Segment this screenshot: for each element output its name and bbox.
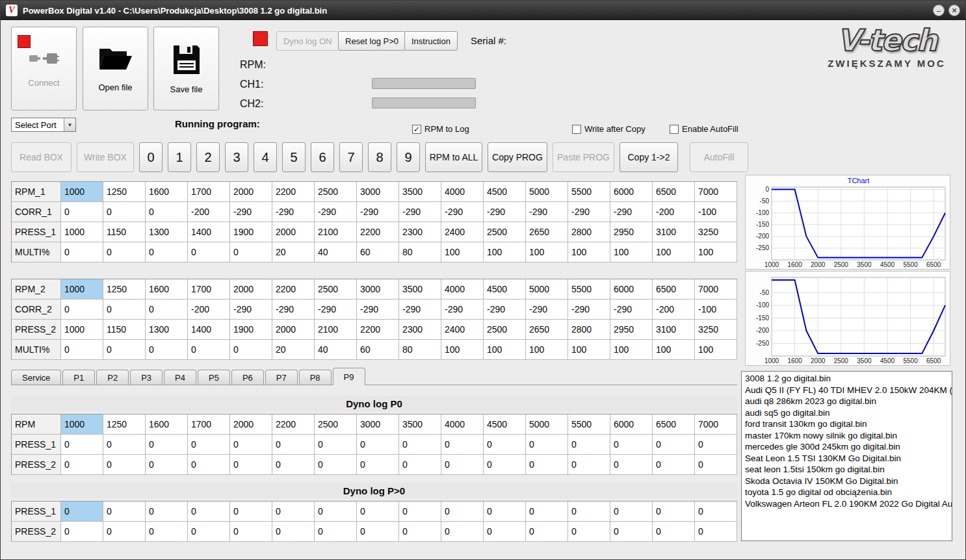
grid-cell[interactable]: 100 <box>526 242 568 262</box>
grid-cell[interactable]: 1700 <box>188 414 230 435</box>
grid-cell[interactable]: 20 <box>272 242 315 262</box>
grid-cell[interactable]: 0 <box>526 502 568 522</box>
grid-cell[interactable]: 0 <box>357 435 399 455</box>
grid-cell[interactable]: 2650 <box>526 222 568 242</box>
grid-cell[interactable]: 6000 <box>610 414 653 435</box>
grid-cell[interactable]: 1000 <box>61 222 103 242</box>
file-list-item[interactable]: Skoda Octavia IV 150KM Go Digital.bin <box>742 476 952 487</box>
grid-cell[interactable]: 0 <box>272 522 315 542</box>
tab-p4[interactable]: P4 <box>164 370 196 385</box>
rpm-to-log-checkbox[interactable]: ✓ RPM to Log <box>412 124 469 134</box>
grid-cell[interactable]: 3500 <box>399 182 441 202</box>
grid-cell[interactable]: 0 <box>188 502 230 522</box>
grid-cell[interactable]: 0 <box>653 522 695 542</box>
grid-cell[interactable]: -290 <box>230 202 272 222</box>
grid-cell[interactable]: -200 <box>188 202 230 222</box>
tab-p2[interactable]: P2 <box>96 370 129 385</box>
grid-cell[interactable]: 5500 <box>568 279 610 299</box>
grid-cell[interactable]: 0 <box>526 435 568 455</box>
grid-cell[interactable]: -290 <box>610 202 653 222</box>
grid-cell[interactable]: -290 <box>357 299 399 320</box>
grid-cell[interactable]: 100 <box>610 340 653 360</box>
grid-cell[interactable]: 2200 <box>272 182 315 202</box>
grid-cell[interactable]: -290 <box>315 202 357 222</box>
grid-cell[interactable]: 0 <box>610 502 653 522</box>
grid-cell[interactable]: 5000 <box>526 414 568 435</box>
grid-cell[interactable]: 4000 <box>441 414 484 435</box>
grid-cell[interactable]: 0 <box>315 522 357 542</box>
grid-cell[interactable]: 2200 <box>357 222 399 242</box>
digit-button-0[interactable]: 0 <box>139 142 163 172</box>
grid-cell[interactable]: 0 <box>399 502 441 522</box>
read-box-button[interactable]: Read BOX <box>11 142 72 172</box>
digit-button-4[interactable]: 4 <box>254 142 277 172</box>
grid-cell[interactable]: 0 <box>146 435 188 455</box>
grid-cell[interactable]: 0 <box>230 522 272 542</box>
file-list-item[interactable]: mercedes gle 300d 245km go digital.bin <box>742 441 952 453</box>
grid-cell[interactable]: 1250 <box>103 279 146 299</box>
grid-cell[interactable]: 7000 <box>695 279 737 299</box>
grid-cell[interactable]: 0 <box>103 299 146 320</box>
grid-cell[interactable]: 6000 <box>610 182 653 202</box>
grid-cell[interactable]: 0 <box>653 502 695 522</box>
minimize-button[interactable]: – <box>933 5 945 16</box>
grid-cell[interactable]: 0 <box>188 435 230 455</box>
grid-cell[interactable]: 0 <box>188 522 230 542</box>
grid-cell[interactable]: 0 <box>526 455 568 475</box>
grid-cell[interactable]: 100 <box>484 242 526 262</box>
grid-cell[interactable]: 2500 <box>315 182 357 202</box>
grid-cell[interactable]: 1900 <box>230 320 272 340</box>
grid-cell[interactable]: -290 <box>526 299 568 320</box>
grid-cell[interactable]: 1000 <box>61 414 103 435</box>
grid-cell[interactable]: 5000 <box>526 279 568 299</box>
grid-cell[interactable]: 0 <box>653 435 695 455</box>
grid-cell[interactable]: 0 <box>146 502 188 522</box>
grid-cell[interactable]: 4500 <box>484 414 526 435</box>
open-file-button[interactable]: Open file <box>83 27 148 110</box>
digit-button-9[interactable]: 9 <box>397 142 420 172</box>
grid-cell[interactable]: 0 <box>315 435 357 455</box>
grid-cell[interactable]: 0 <box>61 202 103 222</box>
grid-cell[interactable]: -290 <box>484 202 526 222</box>
grid-cell[interactable]: -290 <box>610 299 653 320</box>
grid-cell[interactable]: 0 <box>188 455 230 475</box>
grid-cell[interactable]: 2000 <box>230 414 272 435</box>
grid-cell[interactable]: 2200 <box>272 414 315 435</box>
grid-cell[interactable]: 0 <box>399 522 441 542</box>
grid-cell[interactable]: 2300 <box>399 222 441 242</box>
grid-cell[interactable]: 0 <box>568 435 610 455</box>
grid-cell[interactable]: 40 <box>315 242 357 262</box>
grid-cell[interactable]: 20 <box>272 340 315 360</box>
grid-cell[interactable]: 6500 <box>653 414 695 435</box>
grid-cell[interactable]: 0 <box>61 435 103 455</box>
dyno-log-on-button[interactable]: Dyno log ON <box>276 31 339 51</box>
enable-autofill-checkbox[interactable]: Enable AutoFill <box>670 124 738 134</box>
grid-cell[interactable]: 0 <box>568 522 610 542</box>
grid-cell[interactable]: 2650 <box>526 320 568 340</box>
grid-cell[interactable]: 4500 <box>484 182 526 202</box>
save-file-button[interactable]: Save file <box>153 27 219 110</box>
grid-cell[interactable]: 0 <box>610 435 653 455</box>
grid-cell[interactable]: 0 <box>484 522 526 542</box>
grid-cell[interactable]: 80 <box>399 340 441 360</box>
grid-cell[interactable]: 2950 <box>610 320 653 340</box>
grid-cell[interactable]: 1300 <box>146 222 188 242</box>
digit-button-3[interactable]: 3 <box>225 142 248 172</box>
grid-cell[interactable]: 0 <box>399 435 441 455</box>
grid-cell[interactable]: 1700 <box>188 182 230 202</box>
grid-cell[interactable]: 0 <box>695 435 737 455</box>
grid-cell[interactable]: 0 <box>188 340 230 360</box>
grid-cell[interactable]: 0 <box>146 522 188 542</box>
grid-cell[interactable]: 100 <box>441 242 484 262</box>
tab-service[interactable]: Service <box>11 370 61 385</box>
grid-cell[interactable]: 100 <box>526 340 568 360</box>
grid-cell[interactable]: 1000 <box>61 320 103 340</box>
grid-cell[interactable]: 1600 <box>146 182 188 202</box>
grid-cell[interactable]: 3000 <box>357 414 399 435</box>
grid-cell[interactable]: 1250 <box>103 414 146 435</box>
grid-cell[interactable]: 2500 <box>484 320 526 340</box>
grid-cell[interactable]: 0 <box>61 340 103 360</box>
copy-prog-button[interactable]: Copy PROG <box>488 142 547 172</box>
close-button[interactable]: ✕ <box>948 5 960 16</box>
grid-cell[interactable]: 2800 <box>568 320 610 340</box>
